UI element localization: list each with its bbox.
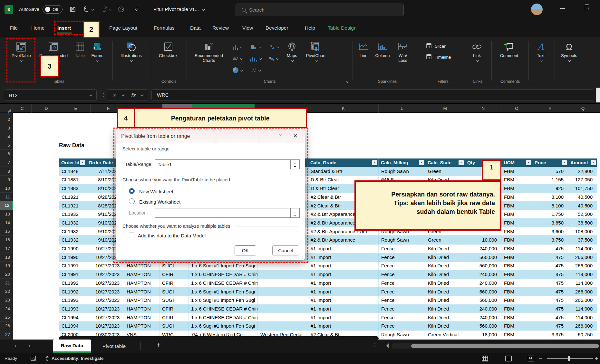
row-header-15[interactable]: 15 bbox=[0, 227, 13, 236]
row-header-8[interactable]: 8 bbox=[0, 167, 13, 176]
add-sheet-button[interactable]: + bbox=[157, 341, 160, 349]
cell[interactable]: CFIR bbox=[160, 304, 189, 313]
cell[interactable]: FBM bbox=[501, 167, 532, 176]
restore-button[interactable] bbox=[584, 6, 588, 10]
cell[interactable]: 266,000 bbox=[568, 262, 597, 270]
cell[interactable]: HAMPTON bbox=[124, 287, 160, 296]
cell[interactable]: 475 bbox=[532, 322, 568, 330]
sparkline-winloss-button[interactable]: Win/ Loss bbox=[393, 41, 412, 64]
cell[interactable]: CL1994 bbox=[59, 313, 86, 322]
cell[interactable]: Kiln Dried bbox=[425, 304, 465, 313]
cell[interactable]: 52,500 bbox=[568, 210, 597, 219]
cell[interactable]: CL1921 bbox=[59, 201, 86, 210]
insert-function-icon[interactable]: fx bbox=[131, 92, 136, 98]
row-header-27[interactable]: 27 bbox=[0, 330, 13, 339]
search-input[interactable]: Search bbox=[236, 4, 404, 16]
cell[interactable]: 1 x 6 CHINESE CEDAR # Chinese Cedar bbox=[189, 313, 258, 322]
cell[interactable]: 1 x 6 Sugi #1 Import Fen Sugi bbox=[189, 296, 258, 305]
cell[interactable]: 3,750 bbox=[532, 236, 568, 244]
cell[interactable]: SUGI bbox=[160, 296, 189, 305]
cell[interactable]: 37,500 bbox=[568, 236, 597, 244]
cell[interactable]: Kiln Dried bbox=[425, 253, 465, 262]
cell[interactable]: Fence bbox=[379, 296, 425, 305]
name-box[interactable]: H12 bbox=[4, 89, 97, 101]
confirm-entry-icon[interactable]: ✓ bbox=[121, 92, 126, 98]
cell[interactable]: HAMPTON bbox=[124, 322, 160, 330]
cell[interactable]: FBM bbox=[501, 201, 532, 210]
cell[interactable]: 266,000 bbox=[568, 296, 597, 305]
cell[interactable]: 10/27/2023 bbox=[86, 270, 124, 279]
cell[interactable]: 3,650 bbox=[532, 218, 568, 227]
cell[interactable]: Green bbox=[425, 236, 465, 244]
cell[interactable]: CL1883 bbox=[59, 184, 86, 193]
cell[interactable]: 1 x 6 CHINESE CEDAR # Chinese Cedar bbox=[189, 270, 258, 279]
accessibility-status[interactable]: Accessibility: Investigate bbox=[52, 353, 103, 364]
cell[interactable]: Kiln Dried bbox=[425, 244, 465, 253]
checkbox-button[interactable]: Checkbox bbox=[153, 41, 183, 59]
cell[interactable]: 8,100 bbox=[532, 201, 568, 210]
cell[interactable]: 10/27/2023 bbox=[86, 279, 124, 287]
cell[interactable]: 114,000 bbox=[568, 270, 597, 279]
tab-developer[interactable]: Developer bbox=[265, 23, 289, 33]
cell[interactable]: CFIR bbox=[160, 270, 189, 279]
cell[interactable]: 114,000 bbox=[568, 313, 597, 322]
cell[interactable]: FBM bbox=[501, 322, 532, 330]
view-page-layout-button[interactable] bbox=[505, 353, 512, 364]
cell[interactable]: Green Vertical bbox=[425, 330, 465, 339]
cell[interactable]: 560,000 bbox=[465, 287, 501, 296]
cell[interactable]: SUGI bbox=[160, 287, 189, 296]
zoom-slider-knob[interactable] bbox=[568, 356, 570, 361]
tab-file[interactable]: File bbox=[9, 23, 18, 33]
cell[interactable]: 10/27/2023 bbox=[86, 287, 124, 296]
cell[interactable]: FBM bbox=[501, 270, 532, 279]
column-header-C[interactable]: C bbox=[13, 104, 32, 113]
cell[interactable] bbox=[258, 322, 308, 330]
cell[interactable]: 560,000 bbox=[465, 262, 501, 270]
cell[interactable]: 3,600 bbox=[532, 227, 568, 236]
column-header-D[interactable]: D bbox=[32, 104, 61, 113]
cell[interactable]: 266,000 bbox=[568, 322, 597, 330]
horizontal-scrollbar-thumb[interactable] bbox=[411, 344, 599, 348]
line-scatter-chart-button[interactable] bbox=[228, 53, 247, 64]
comment-button[interactable]: Comment bbox=[494, 41, 524, 59]
symbols-button[interactable]: Ω Symbols bbox=[557, 41, 581, 63]
link-button[interactable]: Link bbox=[467, 41, 487, 63]
cell[interactable]: Fence bbox=[379, 244, 425, 253]
cell[interactable]: 10/27/2023 bbox=[86, 313, 124, 322]
cell[interactable]: 18,000 bbox=[465, 330, 501, 339]
cell[interactable]: 560,000 bbox=[465, 296, 501, 305]
tab-formulas[interactable]: Formulas bbox=[153, 23, 175, 33]
row-header-5[interactable]: 5 bbox=[0, 141, 13, 150]
recommended-charts-button[interactable]: ? Recommended Charts bbox=[189, 41, 228, 64]
table-header-Price[interactable]: Price▼ bbox=[532, 158, 568, 167]
cell[interactable]: Fence bbox=[379, 253, 425, 262]
cell[interactable]: #1 Import bbox=[308, 253, 379, 262]
macro-record-icon[interactable] bbox=[31, 353, 36, 364]
cell[interactable]: FBM bbox=[501, 262, 532, 270]
cell[interactable]: 3,375 bbox=[532, 330, 568, 339]
cell[interactable]: #1 Import bbox=[308, 313, 379, 322]
filter-dropdown-icon[interactable]: ▼ bbox=[80, 160, 85, 165]
cell[interactable]: CL1993 bbox=[59, 296, 86, 305]
table-header-Calc_State[interactable]: Calc_State▼ bbox=[425, 158, 465, 167]
cell[interactable]: Fence bbox=[379, 313, 425, 322]
cell[interactable]: 8,100 bbox=[532, 193, 568, 201]
cell[interactable]: Kiln Dried bbox=[425, 313, 465, 322]
filter-dropdown-icon[interactable]: ▼ bbox=[459, 160, 464, 165]
filter-dropdown-icon[interactable]: ▼ bbox=[562, 160, 567, 165]
cell[interactable]: 266,000 bbox=[568, 287, 597, 296]
cell[interactable]: CL1993 bbox=[59, 304, 86, 313]
cell[interactable]: Kiln Dried bbox=[425, 279, 465, 287]
cell[interactable]: SUGI bbox=[160, 322, 189, 330]
cell[interactable]: CL1994 bbox=[59, 322, 86, 330]
cell[interactable]: CL1848 bbox=[59, 167, 86, 176]
cell[interactable]: CFIR bbox=[160, 313, 189, 322]
cancel-entry-icon[interactable]: ✕ bbox=[112, 92, 117, 98]
table-button[interactable]: Table bbox=[72, 41, 88, 59]
tab-home[interactable]: Home bbox=[31, 23, 45, 33]
cell[interactable]: FBM bbox=[501, 296, 532, 305]
row-header-24[interactable]: 24 bbox=[0, 304, 13, 313]
row-header-25[interactable]: 25 bbox=[0, 313, 13, 322]
row-header-10[interactable]: 10 bbox=[0, 184, 13, 193]
column-header-Q[interactable]: Q bbox=[568, 104, 598, 113]
